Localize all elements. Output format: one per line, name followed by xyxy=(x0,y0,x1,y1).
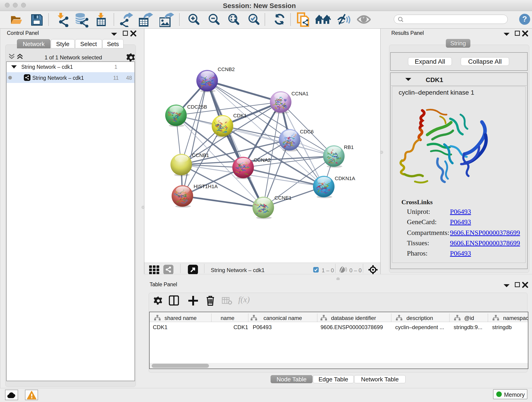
svg-text:CCNB1: CCNB1 xyxy=(192,153,209,158)
svg-text:CDKN1A: CDKN1A xyxy=(335,176,355,181)
svg-text:RB1: RB1 xyxy=(344,144,354,150)
svg-text:CCNE1: CCNE1 xyxy=(274,195,292,201)
svg-text:CCNA2: CCNA2 xyxy=(254,157,271,163)
svg-text:HIST1H1A: HIST1H1A xyxy=(194,184,218,189)
svg-text:CDK1: CDK1 xyxy=(233,113,247,119)
svg-text:CDC6: CDC6 xyxy=(300,129,314,134)
svg-text:CCNA1: CCNA1 xyxy=(291,91,309,96)
svg-text:CDC25B: CDC25B xyxy=(187,104,207,110)
svg-text:CCNB2: CCNB2 xyxy=(218,66,235,72)
